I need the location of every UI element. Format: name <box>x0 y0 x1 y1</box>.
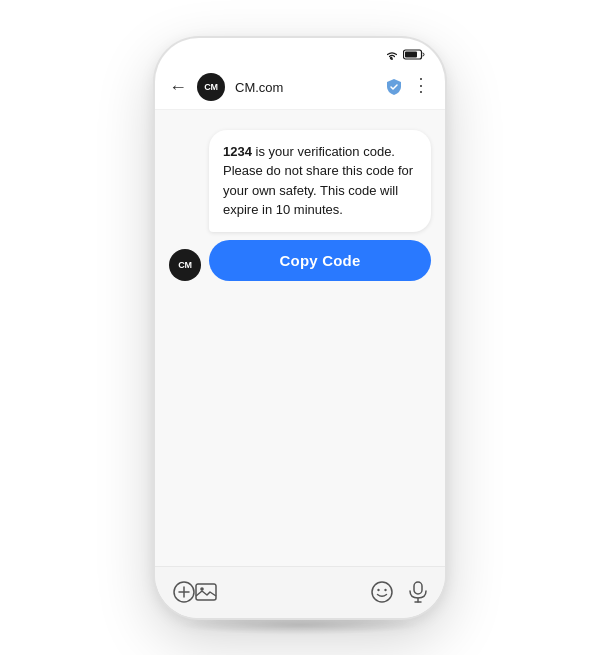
wifi-icon <box>385 50 399 60</box>
back-button[interactable]: ← <box>169 78 187 96</box>
sender-avatar: CM <box>169 249 201 281</box>
message-row: CM 1234 is your verification code. Pleas… <box>169 130 431 281</box>
phone: ← CM CM.com ⋮ CM 1234 <box>155 38 445 618</box>
svg-rect-2 <box>405 52 417 58</box>
chat-area: CM 1234 is your verification code. Pleas… <box>155 110 445 566</box>
message-content: 1234 is your verification code. Please d… <box>209 130 431 281</box>
add-icon[interactable] <box>173 581 195 603</box>
svg-point-8 <box>372 582 392 602</box>
status-icons <box>385 49 425 60</box>
shield-icon <box>386 78 402 96</box>
browser-toolbar <box>155 566 445 618</box>
emoji-icon[interactable] <box>371 581 393 603</box>
nav-avatar-text: CM <box>204 82 217 92</box>
browser-nav: ← CM CM.com ⋮ <box>155 66 445 110</box>
svg-point-10 <box>384 589 386 591</box>
more-button[interactable]: ⋮ <box>412 81 431 94</box>
copy-code-button[interactable]: Copy Code <box>209 240 431 281</box>
browser-content: CM 1234 is your verification code. Pleas… <box>155 110 445 566</box>
svg-rect-11 <box>414 582 422 594</box>
message-bubble: 1234 is your verification code. Please d… <box>209 130 431 232</box>
mic-icon[interactable] <box>409 581 427 603</box>
scene: ← CM CM.com ⋮ CM 1234 <box>0 0 600 655</box>
verification-code: 1234 <box>223 144 252 159</box>
svg-point-9 <box>377 589 379 591</box>
image-icon[interactable] <box>195 582 217 602</box>
svg-point-0 <box>391 58 393 60</box>
nav-avatar: CM <box>197 73 225 101</box>
message-text: is your verification code. Please do not… <box>223 144 413 218</box>
svg-rect-6 <box>196 584 216 600</box>
battery-icon <box>403 49 425 60</box>
phone-shadow <box>180 615 420 635</box>
nav-domain: CM.com <box>235 80 376 95</box>
sender-avatar-text: CM <box>178 260 191 270</box>
status-bar <box>155 38 445 66</box>
